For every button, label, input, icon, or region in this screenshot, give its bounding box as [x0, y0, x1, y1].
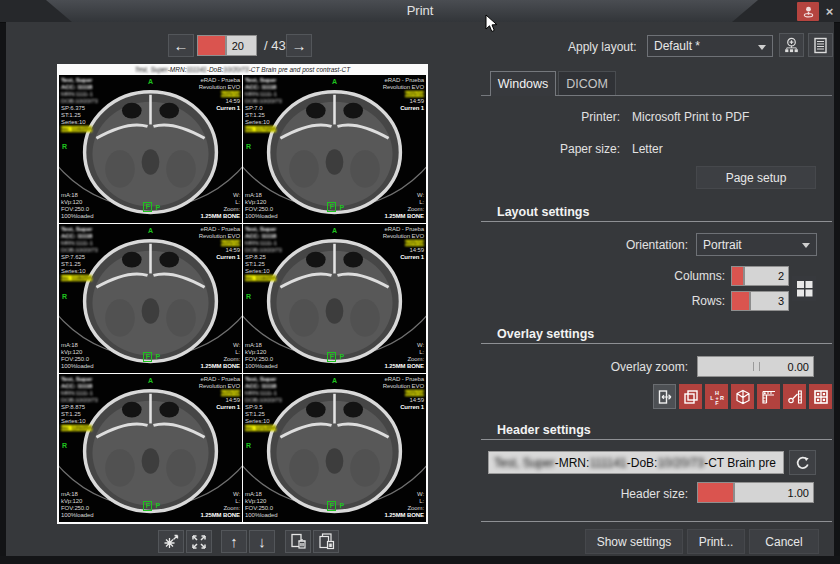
overlay-top-left: Test, Super ACC: 11118 MRN:1111-1 DOB:10…	[61, 226, 98, 282]
dob: DOB:10/20/73	[61, 98, 98, 105]
facility: eRAD - Prueba	[199, 226, 240, 233]
patient-orientation-button[interactable]: H L + R F	[705, 384, 728, 409]
columns-slider[interactable]: 2	[731, 266, 789, 286]
page-slider-fill	[198, 36, 227, 55]
loaded-status: 100%loaded	[61, 363, 93, 370]
delete-all-pages-button[interactable]	[313, 530, 339, 553]
tab-dicom[interactable]: DICOM	[558, 71, 616, 95]
delete-page-button[interactable]	[285, 530, 311, 553]
orientation-cube-button[interactable]	[731, 384, 754, 409]
window-label: W:	[384, 342, 424, 349]
preview-header-dob: 10/20/73	[223, 66, 248, 73]
overlay-toggle-button[interactable]	[653, 384, 676, 409]
series-number: Series:10	[61, 119, 98, 126]
move-page-up-button[interactable]: ↑	[221, 530, 247, 553]
orientation-cube-icon	[735, 389, 751, 405]
tube-current: mA:18	[245, 192, 277, 199]
cancel-button[interactable]: Cancel	[749, 529, 819, 554]
overlay-top-left: Test, Super ACC: 11118 MRN:1111-1 DOB:10…	[245, 77, 282, 133]
overlay-settings-divider	[481, 343, 832, 344]
probe-button[interactable]	[783, 384, 806, 409]
field-of-view: FOV:250.0	[61, 356, 93, 363]
window-label: W:	[200, 192, 240, 199]
support-pin-icon	[802, 5, 815, 18]
columns-value: 2	[778, 267, 784, 285]
slice-thickness: ST:1.25	[61, 112, 98, 119]
print-button[interactable]: Print...	[687, 529, 745, 554]
overlay-zoom-slider[interactable]: 0.00	[697, 356, 814, 377]
delete-all-pages-icon	[318, 533, 335, 550]
zoom-label: Zoom:	[384, 505, 424, 512]
ct-image-cell[interactable]: Test, Super ACC: 11118 MRN:1111-1 DOB:10…	[59, 374, 242, 522]
orientation-value: Portrait	[703, 238, 742, 252]
overlay-top-right: eRAD - Prueba Revolution EVO 6/25/18 14:…	[383, 376, 424, 411]
flip-marker: F	[143, 352, 152, 362]
overlay-top-left: Test, Super ACC: 11118 MRN:1111-1 DOB:10…	[245, 376, 282, 432]
show-settings-button[interactable]: Show settings	[585, 529, 683, 554]
printer-label: Printer:	[480, 110, 620, 124]
ct-image-cell[interactable]: Test, Super ACC: 11118 MRN:1111-1 DOB:10…	[59, 224, 242, 372]
orientation-select[interactable]: Portrait	[696, 233, 817, 256]
grid-table-button[interactable]	[809, 384, 832, 409]
overlay-settings-title: Overlay settings	[497, 327, 594, 341]
fit-preview-button[interactable]	[186, 530, 212, 553]
facility: eRAD - Prueba	[383, 77, 424, 84]
ct-image-cell[interactable]: Test, Super ACC: 11118 MRN:1111-1 DOB:10…	[243, 224, 426, 372]
apply-layout-select[interactable]: Default *	[647, 35, 773, 57]
support-pin-button[interactable]	[797, 2, 819, 21]
image-number: Im: 119/257	[245, 275, 276, 281]
ct-image-cell[interactable]: Test, Super ACC: 11118 MRN:1111-1 DOB:10…	[243, 374, 426, 522]
overlay-zoom-label: Overlay zoom:	[480, 360, 688, 374]
rows-label: Rows:	[480, 294, 725, 308]
layout-list-button[interactable]	[808, 33, 833, 57]
header-size-slider[interactable]: 1.00	[697, 482, 814, 503]
window-preset: 1.25MM BONE	[384, 363, 424, 370]
ct-image-cell[interactable]: Test, Super ACC: 11118 MRN:1111-1 DOB:10…	[59, 75, 242, 223]
slider-tick	[753, 362, 754, 372]
slider-tick	[759, 362, 760, 372]
header-size-value: 1.00	[788, 483, 809, 502]
zoom-label: Zoom:	[384, 356, 424, 363]
cursor-label: Curren 1	[199, 254, 240, 261]
layout-settings-divider	[481, 221, 832, 222]
ct-image-cell[interactable]: Test, Super ACC: 11118 MRN:1111-1 DOB:10…	[243, 75, 426, 223]
overlay-top-right: eRAD - Prueba Revolution EVO 6/25/18 14:…	[199, 376, 240, 411]
save-layout-button[interactable]	[779, 33, 804, 57]
shrink-overlays-button[interactable]	[158, 530, 184, 553]
scanner-model: Revolution EVO	[199, 383, 240, 390]
field-of-view: FOV:250.0	[61, 505, 93, 512]
grid-layout-button[interactable]	[792, 276, 816, 301]
dob: DOB:10/20/73	[245, 397, 282, 404]
header-text-input[interactable]: Test, Super-MRN:111141-DoB:10/20/73-CT B…	[488, 451, 784, 474]
level-label: L:	[200, 498, 240, 505]
overlay-bottom-right: W: L: Zoom: 1.25MM BONE	[200, 342, 240, 370]
study-date: 6/25/18	[405, 390, 424, 396]
ruler-button[interactable]	[757, 384, 780, 409]
slice-position: SP:9.5	[245, 404, 282, 411]
posterior-marker: P	[155, 204, 160, 211]
preview-header-study: -CT Brain pre and post contrast-CT	[249, 66, 351, 73]
overlay-top-left: Test, Super ACC: 11118 MRN:1111-1 DOB:10…	[245, 226, 282, 282]
window-title: Print	[0, 3, 840, 18]
mrn: MRN:1111-1	[245, 240, 282, 247]
mrn: MRN:1111-1	[245, 390, 282, 397]
page-setup-button[interactable]: Page setup	[696, 166, 816, 189]
patient-name: Test, Super	[245, 226, 282, 233]
overlay-stack-button[interactable]	[679, 384, 702, 409]
study-date: 6/25/18	[221, 390, 240, 396]
close-button[interactable]: ×	[821, 2, 838, 21]
header-input-mrn-label: -MRN:	[555, 456, 590, 470]
tab-dicom-label: DICOM	[566, 77, 608, 91]
page-number-slider[interactable]: 20	[197, 35, 257, 56]
study-date: 6/25/18	[221, 240, 240, 246]
reset-header-button[interactable]	[789, 450, 816, 475]
next-page-button[interactable]: →	[286, 34, 312, 57]
level-label: L:	[384, 349, 424, 356]
series-number: Series:10	[61, 418, 98, 425]
columns-label: Columns:	[480, 269, 725, 283]
window-preset: 1.25MM BONE	[384, 213, 424, 220]
rows-slider[interactable]: 3	[731, 291, 789, 311]
prev-page-button[interactable]: ←	[168, 34, 194, 57]
move-page-down-button[interactable]: ↓	[249, 530, 275, 553]
tab-windows[interactable]: Windows	[490, 71, 556, 96]
